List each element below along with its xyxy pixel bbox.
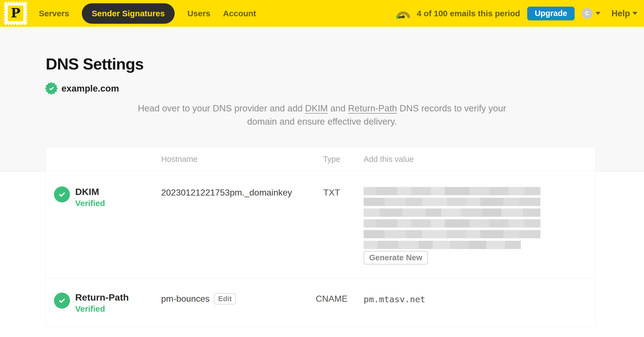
- verified-check-icon: [54, 186, 70, 202]
- record-value: pm.mtasv.net: [364, 294, 425, 304]
- col-header-hostname: Hostname: [161, 147, 197, 171]
- redacted-line: [364, 230, 540, 238]
- record-type: TXT: [308, 188, 355, 198]
- edit-button[interactable]: Edit: [214, 293, 236, 304]
- nav-item-account[interactable]: Account: [223, 9, 256, 18]
- app-root: P Servers Sender Signatures Users Accoun…: [0, 0, 644, 337]
- verified-seal-icon: [45, 82, 58, 95]
- return-path-link[interactable]: Return-Path: [348, 103, 397, 113]
- generate-new-button[interactable]: Generate New: [364, 251, 428, 264]
- table-header-row: Hostname Type Add this value: [46, 147, 596, 171]
- domain-name: example.com: [61, 83, 119, 94]
- help-menu[interactable]: Help: [611, 9, 637, 18]
- table-row-dkim: DKIM Verified 20230121221753pm._domainke…: [46, 171, 596, 278]
- domain-row: example.com: [45, 82, 119, 95]
- nav-item-servers[interactable]: Servers: [39, 9, 69, 18]
- postmark-logo-letter: P: [8, 6, 23, 21]
- chevron-down-icon: [596, 12, 600, 15]
- verified-check-icon: [54, 293, 70, 309]
- redacted-line: [364, 187, 540, 195]
- help-label: Help: [611, 9, 630, 18]
- table-row-return-path: Return-Path Verified pm-bounces Edit CNA…: [46, 278, 596, 327]
- redacted-line: [364, 208, 540, 217]
- navbar-right: 4 of 100 emails this period Upgrade C He…: [395, 7, 637, 20]
- record-name: DKIM: [75, 186, 99, 197]
- record-hostname-text: pm-bounces: [161, 294, 210, 304]
- redacted-line: [364, 241, 521, 249]
- usage-text: 4 of 100 emails this period: [417, 9, 520, 18]
- col-header-type: Type: [308, 147, 355, 171]
- intro-part1: Head over to your DNS provider and add: [138, 103, 305, 113]
- redacted-line: [364, 219, 540, 228]
- main-content: DNS Settings example.com Head over to yo…: [0, 27, 644, 337]
- status-badge: Verified: [75, 199, 105, 208]
- redacted-dkim-value: [364, 187, 540, 252]
- redacted-line: [364, 198, 540, 206]
- avatar[interactable]: C: [582, 8, 592, 19]
- record-hostname: 20230121221753pm._domainkey: [161, 188, 292, 198]
- nav-item-sender-signatures[interactable]: Sender Signatures: [82, 3, 175, 24]
- postmark-logo[interactable]: P: [4, 2, 27, 25]
- record-name: Return-Path: [75, 292, 129, 303]
- page-title: DNS Settings: [46, 54, 144, 74]
- col-header-value: Add this value: [364, 147, 414, 171]
- dkim-link[interactable]: DKIM: [305, 103, 328, 113]
- record-hostname: pm-bounces Edit: [161, 293, 236, 304]
- upgrade-button[interactable]: Upgrade: [527, 7, 575, 20]
- top-navbar: P Servers Sender Signatures Users Accoun…: [0, 0, 644, 27]
- logo-letter: P: [11, 6, 20, 20]
- nav-item-users[interactable]: Users: [187, 9, 210, 18]
- dns-records-card: Hostname Type Add this value DKIM Verifi…: [45, 147, 596, 327]
- account-menu[interactable]: C: [582, 8, 600, 19]
- intro-part2: and: [328, 103, 348, 113]
- primary-nav: Servers Sender Signatures Users Account: [39, 3, 256, 24]
- usage-gauge-icon: [395, 7, 411, 20]
- intro-text: Head over to your DNS provider and add D…: [135, 102, 509, 128]
- status-badge: Verified: [75, 304, 105, 314]
- chevron-down-icon: [632, 12, 637, 15]
- record-type: CNAME: [308, 294, 355, 304]
